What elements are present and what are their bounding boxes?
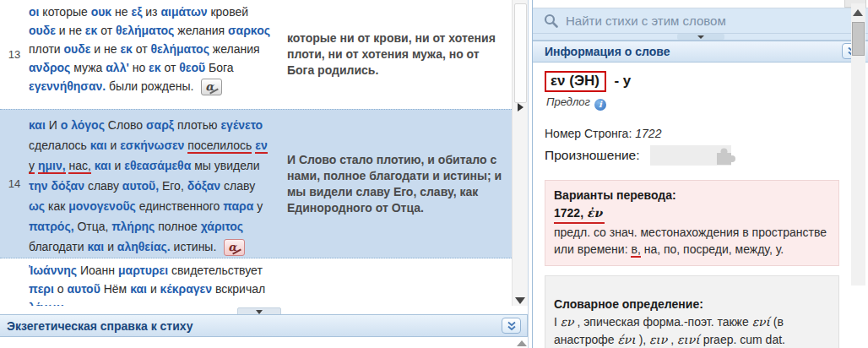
- collapse-handle[interactable]: [677, 34, 724, 40]
- text-segment: , эпическая форма.-поэт. также: [574, 315, 752, 329]
- russian-gloss: от: [100, 24, 112, 37]
- info-icon[interactable]: i: [594, 99, 606, 111]
- greek-word[interactable]: θελήματος: [116, 24, 174, 37]
- greek-word[interactable]: περι: [29, 282, 54, 296]
- left-scrollbar[interactable]: [512, 0, 529, 311]
- russian-gloss: плоти: [29, 42, 61, 56]
- greek-word[interactable]: εκ: [149, 61, 160, 74]
- russian-gloss: поселилось: [187, 139, 252, 154]
- interlinear-text: οι которые ουκ не εξ из αιμάτων кровей ο…: [29, 0, 275, 109]
- verse-row-13: 13 οι которые ουκ не εξ из αιμάτων крове…: [0, 0, 512, 109]
- scrollbar-up-arrow-icon[interactable]: [517, 340, 527, 346]
- strongs-number-value: 1722: [635, 127, 661, 140]
- greek-word[interactable]: αυτοῦ: [68, 282, 100, 296]
- interlinear-alpha-button[interactable]: α: [201, 79, 222, 95]
- greek-word[interactable]: ουκ: [91, 5, 112, 19]
- russian-gloss: от: [136, 42, 148, 56]
- verse-row-14-selected: 14 και И ο λόγος Слово σαρξ плотью εγένε…: [0, 109, 512, 258]
- greek-word[interactable]: μαρτυρει: [118, 264, 168, 277]
- pronunciation-placeholder[interactable]: [650, 145, 731, 166]
- scrollbar-thumb[interactable]: [514, 3, 527, 103]
- greek-word[interactable]: εσκήνωσεν: [120, 139, 184, 152]
- greek-word[interactable]: εγεννήθησαν.: [29, 79, 106, 93]
- russian-gloss: Иоанн: [80, 264, 115, 277]
- russian-gloss: о: [57, 282, 64, 296]
- russian-gloss: Отца,: [77, 220, 108, 233]
- splitter-arrow-icon[interactable]: [518, 103, 524, 111]
- russian-gloss: славу: [88, 179, 119, 193]
- russian-gloss: плотью: [177, 118, 218, 132]
- greek-word[interactable]: αλλ': [106, 61, 129, 74]
- greek-word[interactable]: και: [95, 159, 111, 172]
- greek-word[interactable]: και: [90, 139, 107, 152]
- greek-word[interactable]: ανδρος: [29, 61, 70, 74]
- translation-text: которые ни от крови, ни от хотения плоти…: [275, 0, 512, 109]
- scrollbar-thumb[interactable]: [852, 22, 865, 56]
- greek-word[interactable]: και: [130, 282, 147, 296]
- greek-word[interactable]: εγένετο: [220, 118, 263, 132]
- greek-word[interactable]: ημιν,: [38, 159, 66, 174]
- search-label: Найти стихи с этим словом: [566, 14, 726, 28]
- greek-word[interactable]: δόξαν: [187, 179, 221, 193]
- right-scrollbar[interactable]: [851, 3, 865, 285]
- russian-gloss: желания: [213, 42, 260, 56]
- greek-word[interactable]: αιμάτων: [160, 5, 207, 19]
- greek-word[interactable]: εν: [255, 139, 267, 154]
- greek-word[interactable]: ως: [29, 199, 45, 213]
- scrollbar-down-arrow-icon[interactable]: [515, 297, 525, 304]
- greek-word[interactable]: σαρκος: [228, 24, 270, 37]
- greek-word[interactable]: θεοῦ: [179, 61, 205, 74]
- greek-term: ειν: [649, 333, 667, 346]
- greek-word[interactable]: αληθείας.: [117, 240, 171, 253]
- russian-gloss: полное: [158, 220, 198, 233]
- greek-word[interactable]: ουδε: [64, 42, 91, 56]
- part-of-speech: Предлогi: [546, 95, 839, 111]
- greek-word[interactable]: παρα: [223, 199, 253, 213]
- greek-word[interactable]: την δόξαν: [29, 179, 84, 193]
- dictionary-paragraph: I εν , эпическая форма.-поэт. также ενί …: [554, 313, 830, 348]
- text-segment: 1722,: [554, 206, 587, 220]
- lemma-line: 1722, ἐν: [554, 204, 830, 224]
- greek-word[interactable]: και: [87, 240, 104, 253]
- greek-word[interactable]: κέκραγεν: [160, 282, 212, 296]
- greek-word[interactable]: πλήρης: [111, 220, 155, 233]
- greek-term: ένι: [617, 333, 635, 346]
- russian-gloss: Нём: [104, 282, 127, 296]
- greek-word[interactable]: θελήματος: [151, 42, 209, 56]
- greek-word[interactable]: και: [29, 118, 46, 132]
- greek-word[interactable]: αυτοῦ,: [122, 179, 159, 193]
- greek-word[interactable]: Ἰωάννης: [29, 264, 77, 277]
- exegetical-collapse-button[interactable]: [502, 318, 521, 334]
- greek-word[interactable]: χάριτος: [201, 220, 243, 233]
- greek-word[interactable]: εκ: [120, 42, 132, 56]
- text-segment: praep. cum dat.: [700, 333, 785, 346]
- verse-number: 13: [0, 0, 29, 109]
- russian-gloss: и: [107, 240, 114, 253]
- word-info-header: Информация о слове: [533, 41, 868, 63]
- greek-word[interactable]: ουδε: [29, 24, 56, 37]
- interlinear-alpha-button[interactable]: α: [224, 239, 245, 256]
- greek-word[interactable]: εθεασάμεθα: [124, 159, 191, 172]
- greek-term: ενί: [752, 315, 770, 329]
- search-bar[interactable]: Найти стихи с этим словом: [533, 8, 868, 34]
- pronunciation-row: Произношение:: [545, 145, 839, 166]
- translation-variants-box: Варианты перевода: 1722, ἐν предл. со зн…: [545, 180, 839, 266]
- bible-study-app: 13 οι которые ουκ не εξ из αιμάτων крове…: [0, 0, 868, 348]
- greek-word[interactable]: πατρός,: [29, 220, 74, 233]
- russian-gloss: кровей: [210, 5, 248, 19]
- selected-word-box: εν (ЭН): [545, 71, 606, 92]
- russian-gloss: истины.: [174, 240, 217, 253]
- greek-word[interactable]: εξ: [132, 5, 143, 19]
- top-panel-edge: [533, 0, 868, 8]
- russian-gloss: у: [257, 199, 263, 213]
- greek-word[interactable]: ο λόγος: [61, 118, 105, 132]
- greek-word[interactable]: οι: [29, 5, 39, 19]
- panel-collapse-strip: [533, 34, 868, 41]
- greek-word[interactable]: εκ: [85, 24, 97, 37]
- exegetical-panel-header[interactable]: Экзегетическая справка к стиху: [0, 314, 528, 337]
- russian-gloss: вскричал: [215, 282, 265, 296]
- scrollbar-up-arrow-icon[interactable]: [853, 9, 863, 16]
- greek-word[interactable]: σαρξ: [146, 118, 174, 132]
- greek-word[interactable]: μονογενοῦς: [68, 199, 136, 213]
- russian-gloss: мы увидели: [194, 159, 259, 172]
